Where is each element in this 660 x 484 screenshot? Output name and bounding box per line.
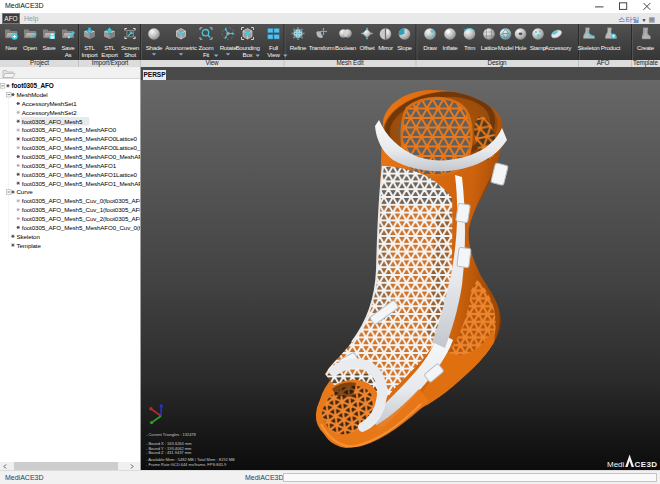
svg-text:Mirror: Mirror [378,44,393,51]
svg-text:AFO: AFO [597,59,610,66]
svg-text:Offset: Offset [360,44,375,51]
svg-text:Import: Import [81,51,98,58]
svg-text:foot0305_AFO_Mesh5_MeshAFO0Lat: foot0305_AFO_Mesh5_MeshAFO0Lattice0 [22,135,138,142]
svg-text:Transform: Transform [309,44,335,51]
svg-text:Skeleton: Skeleton [577,44,600,51]
svg-text:Project: Project [30,59,49,67]
svg-text:foot0305_AFO_Mesh5_MeshAFO0_Cu: foot0305_AFO_Mesh5_MeshAFO0_Cuv_0(fo [22,224,140,231]
svg-text:STL: STL [104,44,115,51]
svg-text:Trim: Trim [464,44,475,51]
svg-text:Zoom: Zoom [199,44,214,51]
svg-text:Skeleton: Skeleton [17,233,41,240]
svg-text:View: View [267,51,280,58]
svg-text:foot0305_AFO: foot0305_AFO [12,82,54,89]
svg-text:As: As [65,51,72,58]
svg-text:AccessoryMeshSet2: AccessoryMeshSet2 [22,109,77,116]
svg-text:foot0305_AFO_Mesh5_MeshAFO0Lat: foot0305_AFO_Mesh5_MeshAFO0Lattice0_1 [22,144,140,151]
svg-text:MeshModel: MeshModel [17,91,48,98]
svg-text:Box: Box [243,51,254,58]
svg-text:Inflate: Inflate [442,44,458,51]
svg-text:Medi: Medi [607,460,625,469]
svg-text:STL: STL [84,44,95,51]
svg-text:foot0305_AFO_Mesh5_MeshAFO0: foot0305_AFO_Mesh5_MeshAFO0 [22,126,117,133]
svg-text:foot0305_AFO_Mesh5: foot0305_AFO_Mesh5 [22,118,83,125]
svg-text:Design: Design [487,59,507,67]
svg-text:Slope: Slope [397,44,412,51]
svg-text:Create: Create [637,44,655,51]
svg-text:Open: Open [23,44,38,51]
svg-text:foot0305_AFO_Mesh5_Cuv_0(foot0: foot0305_AFO_Mesh5_Cuv_0(foot0305_AFO [22,197,140,204]
svg-text:Axonometric: Axonometric [165,44,197,51]
svg-text:Screen: Screen [121,44,140,51]
svg-text:Refine: Refine [290,44,307,51]
svg-text:foot0305_AFO_Mesh5_MeshAFO1Lat: foot0305_AFO_Mesh5_MeshAFO1Lattice0 [22,171,138,178]
svg-text:- Current Triangles : 132478: - Current Triangles : 132478 [146,432,197,437]
svg-text:Template: Template [17,242,42,249]
svg-text:foot0305_AFO_Mesh5_MeshAFO0_Me: foot0305_AFO_Mesh5_MeshAFO0_MeshAFO [22,153,140,160]
svg-text:Product: Product [601,44,621,51]
svg-text:Shade: Shade [146,44,163,51]
svg-text:Boolean: Boolean [335,44,357,51]
svg-text:Accessory: Accessory [545,44,572,51]
svg-text:Shot: Shot [124,51,136,58]
svg-text:Fit: Fit [203,51,210,58]
svg-text:Save: Save [61,44,75,51]
svg-text:New: New [5,44,17,51]
svg-text:Import/Export: Import/Export [92,59,129,67]
svg-text:CE3D: CE3D [635,460,658,469]
svg-text:Draw: Draw [423,44,437,51]
svg-text:foot0305_AFO_Mesh5_MeshAFO1_Me: foot0305_AFO_Mesh5_MeshAFO1_MeshAFO [22,180,140,187]
svg-text:Template: Template [633,59,658,67]
svg-text:View: View [205,59,219,66]
svg-text:Save: Save [42,44,56,51]
svg-text:- Bound Z : 431.9437 mm: - Bound Z : 431.9437 mm [146,450,192,455]
svg-text:AccessoryMeshSet1: AccessoryMeshSet1 [22,100,77,107]
svg-text:Full: Full [269,44,278,51]
svg-text:foot0305_AFO_Mesh5_MeshAFO1: foot0305_AFO_Mesh5_MeshAFO1 [22,162,117,169]
svg-text:Bounding: Bounding [235,44,260,51]
svg-text:Export: Export [101,51,118,58]
svg-text:Lattice: Lattice [481,44,498,51]
svg-text:Model: Model [498,44,514,51]
svg-text:Mesh Edit: Mesh Edit [336,59,363,66]
svg-text:foot0305_AFO_Mesh5_Cuv_1(foot0: foot0305_AFO_Mesh5_Cuv_1(foot0305_AFO [22,206,140,213]
svg-text:Curve: Curve [17,188,34,195]
svg-text:- Frame Rate:GCD.644 ms/frame,: - Frame Rate:GCD.644 ms/frame, FPS:845.9 [146,462,227,467]
svg-text:foot0305_AFO_Mesh5_Cuv_2(foot0: foot0305_AFO_Mesh5_Cuv_2(foot0305_AFO [22,215,140,222]
svg-text:Hole: Hole [515,44,528,51]
